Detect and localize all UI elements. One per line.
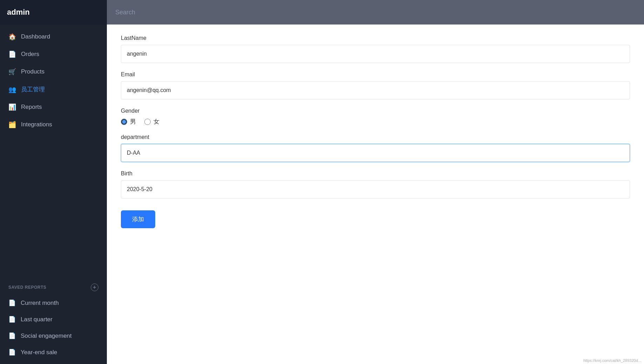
sidebar-nav: 🏠 Dashboard 📄 Orders 🛒 Products 👥 员工管理 📊… (0, 24, 107, 276)
sidebar-item-label: Integrations (21, 121, 52, 128)
gender-options: 男 女 (121, 118, 630, 126)
report-label: Current month (21, 300, 59, 307)
sidebar-item-products[interactable]: 🛒 Products (0, 63, 107, 80)
add-report-button[interactable]: + (91, 284, 98, 291)
birth-label: Birth (121, 170, 630, 177)
sidebar-item-label: Reports (21, 104, 42, 111)
report-label: Social engagement (21, 332, 72, 340)
email-label: Email (121, 71, 630, 78)
email-input[interactable] (121, 81, 630, 99)
report-item-year-end-sale[interactable]: 📄 Year-end sale (0, 344, 107, 360)
saved-reports-label: SAVED REPORTS (8, 285, 46, 290)
birth-input[interactable] (121, 180, 630, 198)
report-item-current-month[interactable]: 📄 Current month (0, 295, 107, 311)
doc-icon: 📄 (8, 299, 16, 307)
search-bar (107, 0, 644, 24)
sidebar: admin 🏠 Dashboard 📄 Orders 🛒 Products 👥 … (0, 0, 107, 364)
report-item-social-engagement[interactable]: 📄 Social engagement (0, 328, 107, 344)
report-label: Year-end sale (21, 349, 57, 356)
sidebar-item-label: 员工管理 (21, 85, 45, 93)
gender-female-radio[interactable] (144, 119, 151, 125)
cart-icon: 🛒 (8, 68, 16, 76)
department-input[interactable] (121, 144, 630, 162)
main-content: LastName Email Gender 男 女 department (107, 0, 644, 364)
form-area: LastName Email Gender 男 女 department (107, 24, 644, 364)
lastname-label: LastName (121, 35, 630, 41)
search-input[interactable] (115, 9, 636, 16)
gender-male-option[interactable]: 男 (121, 118, 136, 126)
reports-icon: 📊 (8, 103, 16, 111)
gender-male-radio[interactable] (121, 119, 127, 125)
lastname-group: LastName (121, 35, 630, 63)
sidebar-item-integrations[interactable]: 🗂️ Integrations (0, 116, 107, 133)
sidebar-item-label: Products (21, 68, 44, 75)
sidebar-item-dashboard[interactable]: 🏠 Dashboard (0, 28, 107, 46)
submit-button[interactable]: 添加 (121, 210, 155, 228)
report-label: Last quarter (21, 316, 53, 323)
birth-group: Birth (121, 170, 630, 198)
gender-female-option[interactable]: 女 (144, 118, 159, 126)
saved-reports-header: SAVED REPORTS + (0, 280, 107, 295)
plus-icon: + (93, 284, 96, 290)
integrations-icon: 🗂️ (8, 121, 16, 128)
sidebar-item-reports[interactable]: 📊 Reports (0, 98, 107, 116)
sidebar-item-label: Dashboard (21, 33, 50, 40)
report-item-last-quarter[interactable]: 📄 Last quarter (0, 311, 107, 328)
email-group: Email (121, 71, 630, 99)
employee-icon: 👥 (8, 86, 16, 93)
home-icon: 🏠 (8, 33, 16, 41)
saved-reports-section: SAVED REPORTS + 📄 Current month 📄 Last q… (0, 276, 107, 364)
sidebar-item-orders[interactable]: 📄 Orders (0, 46, 107, 63)
sidebar-item-label: Orders (21, 51, 39, 58)
gender-label: Gender (121, 108, 630, 114)
gender-female-label: 女 (153, 118, 159, 126)
department-label: department (121, 134, 630, 140)
sidebar-item-employee[interactable]: 👥 员工管理 (0, 80, 107, 98)
doc-icon: 📄 (8, 349, 16, 356)
doc-icon: 📄 (8, 316, 16, 323)
gender-male-label: 男 (130, 118, 136, 126)
sidebar-header: admin (0, 0, 107, 24)
lastname-input[interactable] (121, 45, 630, 63)
department-group: department (121, 134, 630, 162)
doc-icon: 📄 (8, 332, 16, 340)
orders-icon: 📄 (8, 50, 16, 58)
footer-url: https://knrj.com/cat/kh_289320d... (583, 358, 641, 363)
gender-group: Gender 男 女 (121, 108, 630, 126)
sidebar-title: admin (7, 8, 30, 17)
